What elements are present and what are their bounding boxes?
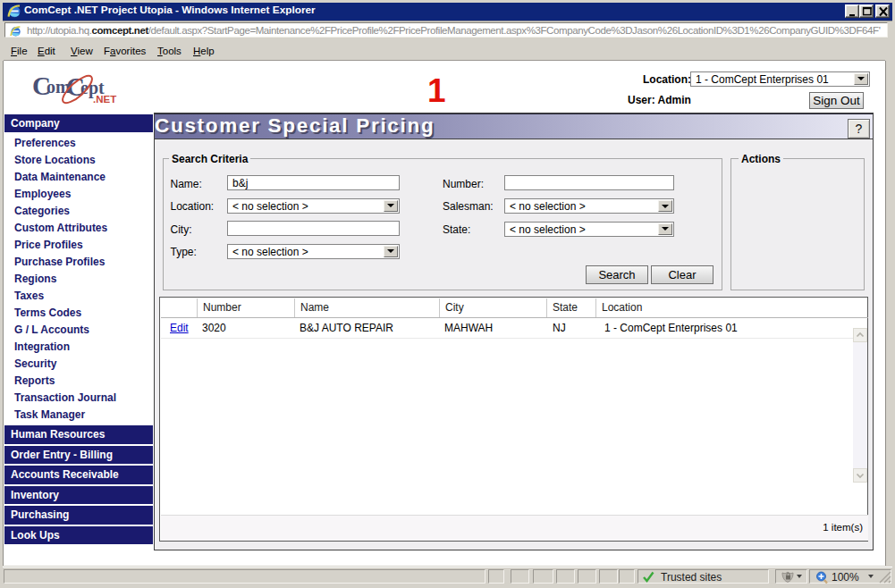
svg-text:.NET: .NET <box>93 94 116 105</box>
